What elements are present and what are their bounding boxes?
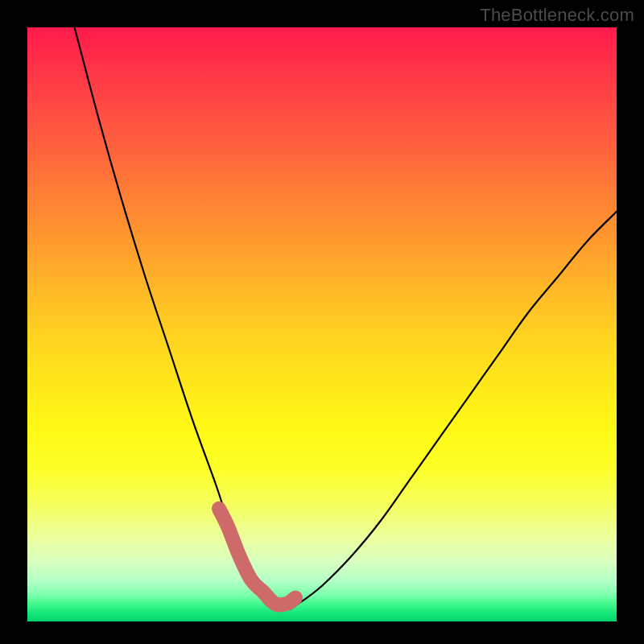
trough-highlight (219, 509, 295, 605)
curve-layer (27, 27, 617, 621)
bottleneck-curve (75, 27, 617, 609)
watermark-text: TheBottleneck.com (480, 5, 634, 26)
chart-stage: TheBottleneck.com (0, 0, 644, 644)
